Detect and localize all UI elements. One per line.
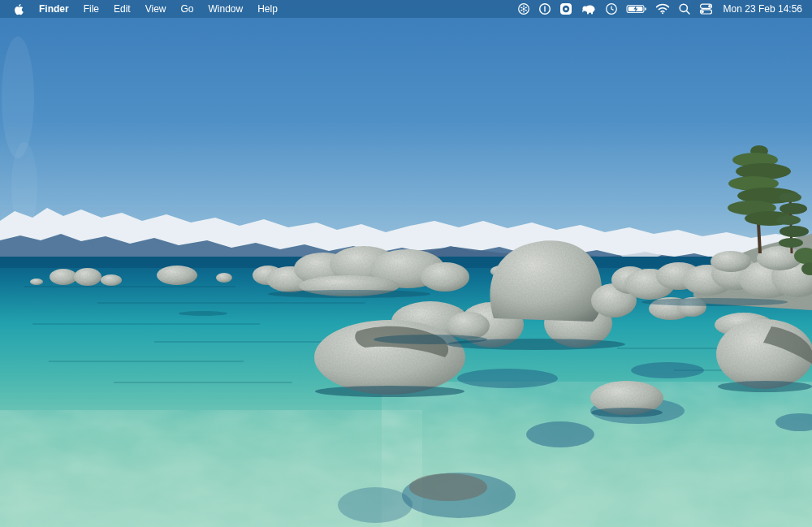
pinwheel-circle-icon[interactable] (513, 0, 534, 18)
menu-bar: Finder File Edit View Go Window Help (0, 0, 812, 18)
apple-menu[interactable] (8, 0, 32, 18)
menu-help[interactable]: Help (250, 0, 285, 18)
menu-view[interactable]: View (138, 0, 174, 18)
elephant-icon[interactable] (577, 0, 601, 18)
spotlight-search-icon[interactable] (674, 0, 695, 18)
wallpaper-image (0, 0, 812, 527)
desktop[interactable]: Finder File Edit View Go Window Help (0, 0, 812, 527)
clock-history-icon[interactable] (601, 0, 622, 18)
menu-window[interactable]: Window (201, 0, 251, 18)
power-circle-icon[interactable] (534, 0, 555, 18)
menu-file[interactable]: File (76, 0, 106, 18)
wifi-icon[interactable] (651, 0, 674, 18)
menu-edit[interactable]: Edit (106, 0, 138, 18)
control-center-icon[interactable] (695, 0, 717, 18)
menu-app-name[interactable]: Finder (32, 0, 76, 18)
apple-logo-icon (13, 3, 24, 15)
menu-go[interactable]: Go (174, 0, 201, 18)
battery-charging-icon[interactable] (622, 0, 651, 18)
menu-bar-clock[interactable]: Mon 23 Feb 14:56 (717, 3, 804, 15)
camera-app-icon[interactable] (555, 0, 577, 18)
